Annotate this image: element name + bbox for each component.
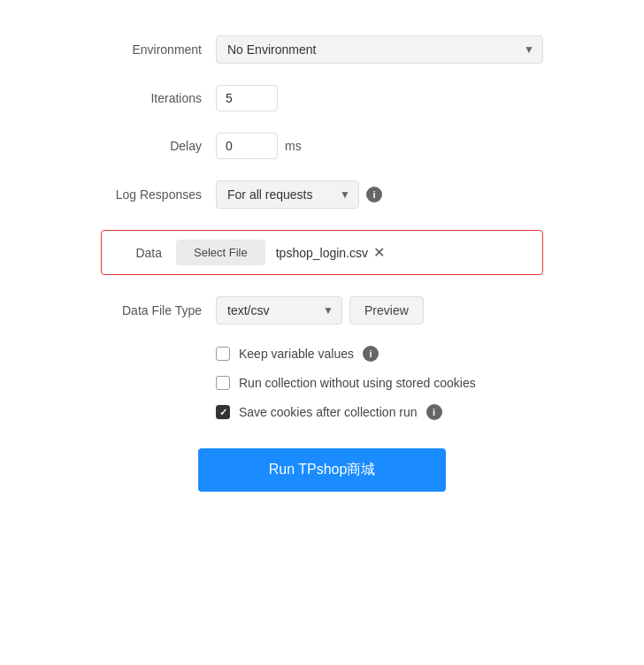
data-file-type-control: text/csv application/json ▼ Preview <box>216 296 543 325</box>
save-cookies-info-icon[interactable]: i <box>426 404 442 420</box>
log-responses-select[interactable]: For all requests For failed requests Non… <box>216 180 359 209</box>
save-cookies-row: Save cookies after collection run i <box>216 404 543 420</box>
environment-label: Environment <box>101 42 216 57</box>
environment-select-wrapper: No Environment Development Production St… <box>216 35 543 64</box>
file-type-select[interactable]: text/csv application/json <box>216 296 342 325</box>
iterations-input[interactable] <box>216 85 278 111</box>
delay-row: Delay ms <box>101 133 543 159</box>
log-responses-label: Log Responses <box>101 187 216 202</box>
keep-variable-info-icon[interactable]: i <box>363 346 379 362</box>
clear-file-icon[interactable]: ✕ <box>373 244 385 261</box>
data-file-type-label: Data File Type <box>101 303 216 317</box>
log-select-wrapper: For all requests For failed requests Non… <box>216 180 359 209</box>
delay-label: Delay <box>101 139 216 153</box>
delay-unit: ms <box>285 139 302 153</box>
environment-row: Environment No Environment Development P… <box>101 35 543 64</box>
run-without-cookies-label: Run collection without using stored cook… <box>239 376 476 390</box>
file-name-display: tpshop_login.csv <box>276 246 368 260</box>
iterations-control <box>216 85 543 111</box>
iterations-label: Iterations <box>101 91 216 105</box>
log-responses-row: Log Responses For all requests For faile… <box>101 180 543 209</box>
log-responses-control: For all requests For failed requests Non… <box>216 180 543 209</box>
keep-variable-label: Keep variable values <box>239 347 354 361</box>
run-button[interactable]: Run TPshop商城 <box>198 448 446 492</box>
environment-select[interactable]: No Environment Development Production St… <box>216 35 543 64</box>
data-row: Data Select File tpshop_login.csv ✕ <box>101 230 543 275</box>
delay-control: ms <box>216 133 543 159</box>
run-without-cookies-checkbox[interactable] <box>216 376 230 390</box>
preview-button[interactable]: Preview <box>349 296 424 325</box>
save-cookies-label: Save cookies after collection run <box>239 405 418 419</box>
form-container: Environment No Environment Development P… <box>74 18 570 509</box>
iterations-row: Iterations <box>101 85 543 111</box>
run-button-container: Run TPshop商城 <box>101 448 543 492</box>
data-file-type-row: Data File Type text/csv application/json… <box>101 296 543 325</box>
select-file-button[interactable]: Select File <box>176 240 265 265</box>
delay-input[interactable] <box>216 133 278 159</box>
keep-variable-row: Keep variable values i <box>216 346 543 362</box>
run-without-cookies-row: Run collection without using stored cook… <box>216 376 543 390</box>
checkboxes-section: Keep variable values i Run collection wi… <box>216 346 543 420</box>
log-responses-info-icon[interactable]: i <box>366 187 382 203</box>
save-cookies-checkbox[interactable] <box>216 405 230 419</box>
environment-control: No Environment Development Production St… <box>216 35 543 64</box>
keep-variable-checkbox[interactable] <box>216 347 230 361</box>
data-label: Data <box>114 246 176 260</box>
file-type-select-wrapper: text/csv application/json ▼ <box>216 296 342 325</box>
